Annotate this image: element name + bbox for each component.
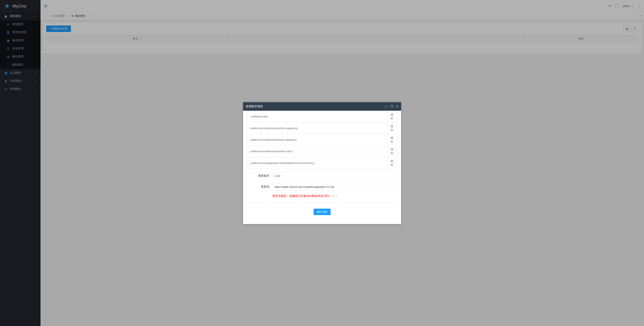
file-path-cell: public/mycms/admin/js/system.attr.js (247, 145, 387, 157)
file-row: public/mycms/admin/js/shop.category.js修改 (247, 134, 397, 145)
divider (247, 203, 397, 203)
warning-text: 更新升级前，请确保已经备份好数据库及代码！！！ (247, 194, 397, 198)
button-label: 确认更新 (317, 210, 327, 214)
file-action-cell: 修改 (387, 134, 397, 145)
version-input[interactable] (272, 172, 397, 180)
file-row: public/mycms/plugs/lay-module/layuimini/… (247, 157, 397, 169)
dialog-scroll-area[interactable]: config/role.php修改public/mycms/admin/js/a… (243, 111, 401, 224)
form-row-package: 更新包 (247, 183, 397, 191)
file-path-cell: public/mycms/plugs/lay-module/layuimini/… (247, 157, 387, 169)
file-action-cell: 修改 (387, 111, 397, 122)
file-path-cell: config/role.php (247, 111, 387, 122)
package-input[interactable] (272, 183, 397, 191)
dialog-body: config/role.php修改public/mycms/admin/js/a… (243, 111, 401, 224)
dialog-close-icon[interactable]: ✕ (396, 105, 398, 108)
update-dialog: 检测版本更新 — ❐ ✕ config/role.php修改public/myc… (243, 102, 401, 224)
file-row: config/role.php修改 (247, 111, 397, 122)
dialog-title: 检测版本更新 (246, 105, 263, 108)
file-path-cell: public/mycms/admin/js/shop.category.js (247, 134, 387, 145)
dialog-minimize-icon[interactable]: — (385, 105, 388, 108)
file-path-cell: public/mycms/admin/js/article.category.j… (247, 122, 387, 134)
version-label: 更新版本 (247, 174, 270, 178)
package-label: 更新包 (247, 185, 270, 189)
dialog-maximize-icon[interactable]: ❐ (390, 105, 393, 108)
file-action-cell: 增加 (387, 145, 397, 157)
dialog-header-actions: — ❐ ✕ (385, 105, 398, 108)
dialog-footer: 确认更新 (247, 209, 397, 219)
file-changes-table: config/role.php修改public/mycms/admin/js/a… (247, 111, 397, 169)
file-row: public/mycms/admin/js/system.attr.js增加 (247, 145, 397, 157)
file-row: public/mycms/admin/js/article.category.j… (247, 122, 397, 134)
form-row-version: 更新版本 (247, 172, 397, 180)
dialog-header[interactable]: 检测版本更新 — ❐ ✕ (243, 102, 401, 111)
file-action-cell: 修改 (387, 157, 397, 169)
confirm-update-button[interactable]: 确认更新 (314, 209, 330, 215)
file-action-cell: 修改 (387, 122, 397, 134)
